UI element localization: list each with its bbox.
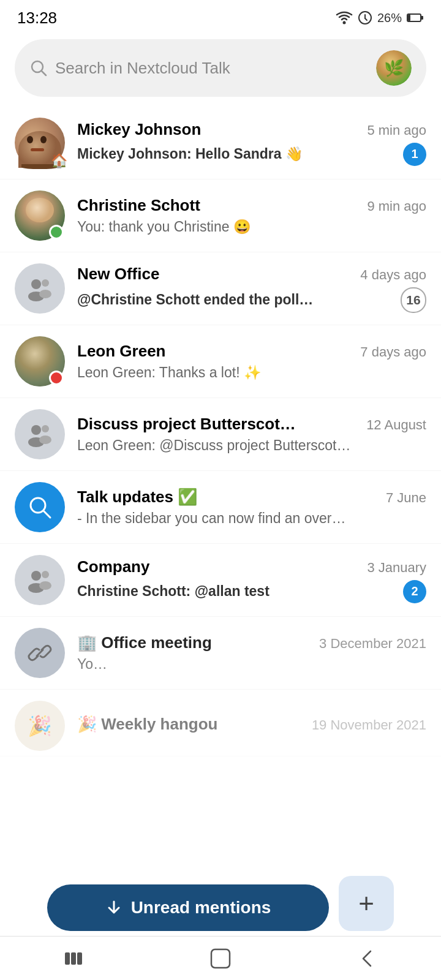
nav-menu-button[interactable]	[0, 937, 147, 980]
chat-name-leon-green: Leon Green	[77, 342, 165, 361]
svg-line-18	[43, 511, 50, 518]
svg-point-22	[39, 581, 51, 590]
svg-point-13	[31, 425, 41, 435]
indicator-christine	[49, 225, 64, 239]
svg-rect-5	[421, 16, 423, 20]
chat-time-mickey-johnson: 5 min ago	[367, 123, 426, 138]
chat-item-new-office[interactable]: New Office 4 days ago @Christine Schott …	[0, 252, 441, 325]
search-icon	[29, 59, 48, 77]
search-bar[interactable]: Search in Nextcloud Talk 🌿	[15, 39, 426, 97]
svg-rect-25	[71, 952, 76, 965]
chat-time-weekly-hangou: 19 November 2021	[312, 717, 426, 733]
svg-line-8	[42, 71, 46, 75]
avatar-weekly-hangou: 🎉	[15, 701, 65, 751]
badge-new-office: 16	[401, 287, 426, 313]
chat-name-mickey-johnson: Mickey Johnson	[77, 120, 201, 139]
chat-preview-discuss-project: Leon Green: @Discuss project Butterscot…	[77, 437, 350, 453]
chat-preview-leon-green: Leon Green: Thanks a lot! ✨	[77, 364, 262, 380]
chat-time-christine-schott: 9 min ago	[367, 198, 426, 214]
avatar-office-meeting	[15, 628, 65, 678]
chat-content-new-office: New Office 4 days ago @Christine Schott …	[77, 265, 426, 313]
chat-preview-office-meeting: Yo…	[77, 656, 107, 672]
chat-name-new-office: New Office	[77, 265, 159, 284]
nav-back-icon	[358, 948, 377, 970]
avatar-talk-updates	[15, 482, 65, 532]
chat-preview-company: Christine Schott: @allan test	[77, 583, 270, 600]
chat-content-leon-green: Leon Green 7 days ago Leon Green: Thanks…	[77, 342, 426, 381]
chat-content-discuss-project: Discuss project Butterscot… 12 August Le…	[77, 415, 426, 454]
status-icons: 26%	[336, 10, 424, 25]
svg-rect-6	[408, 15, 410, 21]
svg-point-12	[39, 290, 51, 298]
chat-content-christine-schott: Christine Schott 9 min ago You: thank yo…	[77, 196, 426, 235]
svg-rect-26	[77, 952, 82, 965]
group-icon-2	[24, 419, 55, 450]
nav-back-button[interactable]	[294, 937, 441, 980]
add-icon: +	[358, 888, 374, 919]
chat-list: 🏠 Mickey Johnson 5 min ago Mickey Johnso…	[0, 107, 441, 756]
nav-menu-icon	[62, 950, 85, 967]
chat-content-mickey-johnson: Mickey Johnson 5 min ago Mickey Johnson:…	[77, 120, 426, 166]
fab-area: Unread mentions +	[0, 876, 441, 931]
chat-preview-talk-updates: - In the sidebar you can now find an ove…	[77, 510, 346, 526]
add-button[interactable]: +	[339, 876, 394, 931]
chat-item-company[interactable]: Company 3 January Christine Schott: @all…	[0, 544, 441, 617]
avatar-company	[15, 555, 65, 605]
svg-point-16	[39, 435, 51, 444]
search-q-icon	[26, 493, 54, 521]
svg-point-15	[42, 425, 49, 432]
user-avatar[interactable]: 🌿	[376, 50, 412, 86]
svg-point-9	[31, 279, 41, 289]
group-icon	[24, 273, 55, 304]
chat-name-office-meeting: 🏢 Office meeting	[77, 633, 212, 652]
chat-name-company: Company	[77, 557, 149, 576]
avatar-new-office	[15, 263, 65, 314]
avatar-discuss-project	[15, 409, 65, 459]
unread-mentions-button[interactable]: Unread mentions	[47, 884, 329, 931]
chat-time-office-meeting: 3 December 2021	[319, 636, 426, 652]
chat-item-mickey-johnson[interactable]: 🏠 Mickey Johnson 5 min ago Mickey Johnso…	[0, 107, 441, 179]
svg-line-3	[365, 18, 367, 20]
chat-item-weekly-hangou[interactable]: 🎉 🎉 Weekly hangou 19 November 2021	[0, 690, 441, 756]
status-bar: 13:28 26%	[0, 0, 441, 32]
battery-icon	[407, 12, 424, 23]
chat-time-new-office: 4 days ago	[360, 267, 426, 283]
group-icon-3	[24, 565, 55, 595]
chat-preview-new-office: @Christine Schott ended the poll…	[77, 292, 313, 308]
svg-point-11	[42, 279, 49, 287]
chat-content-weekly-hangou: 🎉 Weekly hangou 19 November 2021	[77, 715, 426, 737]
link-icon	[26, 639, 54, 667]
avatar-christine-schott	[15, 190, 65, 241]
chat-preview-christine-schott: You: thank you Christine 😀	[77, 219, 251, 235]
nav-home-button[interactable]	[147, 937, 294, 980]
indicator-leon	[49, 371, 64, 385]
chat-item-talk-updates[interactable]: Talk updates ✅ 7 June - In the sidebar y…	[0, 471, 441, 544]
search-input-placeholder: Search in Nextcloud Talk	[55, 59, 369, 78]
chat-preview-mickey-johnson: Mickey Johnson: Hello Sandra 👋	[77, 146, 303, 162]
chat-name-talk-updates: Talk updates ✅	[77, 488, 197, 507]
nav-bar	[0, 936, 441, 980]
chat-time-company: 3 January	[367, 560, 426, 576]
alarm-icon	[358, 10, 372, 25]
chat-item-office-meeting[interactable]: 🏢 Office meeting 3 December 2021 Yo…	[0, 617, 441, 690]
nav-home-icon	[208, 946, 233, 971]
badge-mickey-johnson: 1	[403, 143, 426, 166]
chat-content-company: Company 3 January Christine Schott: @all…	[77, 557, 426, 603]
chat-time-talk-updates: 7 June	[386, 490, 426, 506]
arrow-down-icon	[105, 899, 123, 916]
chat-item-christine-schott[interactable]: Christine Schott 9 min ago You: thank yo…	[0, 179, 441, 252]
badge-company: 2	[403, 580, 426, 603]
svg-rect-27	[211, 949, 230, 968]
chat-time-discuss-project: 12 August	[366, 417, 426, 433]
status-time: 13:28	[17, 9, 57, 28]
svg-point-0	[342, 21, 345, 24]
chat-item-discuss-project[interactable]: Discuss project Butterscot… 12 August Le…	[0, 398, 441, 471]
wifi-icon	[336, 11, 353, 24]
svg-rect-24	[65, 952, 70, 965]
chat-name-weekly-hangou: 🎉 Weekly hangou	[77, 715, 217, 734]
unread-mentions-label: Unread mentions	[131, 898, 271, 918]
avatar-leon-green	[15, 336, 65, 386]
chat-item-leon-green[interactable]: Leon Green 7 days ago Leon Green: Thanks…	[0, 325, 441, 398]
chat-content-talk-updates: Talk updates ✅ 7 June - In the sidebar y…	[77, 488, 426, 527]
svg-point-21	[42, 571, 49, 578]
